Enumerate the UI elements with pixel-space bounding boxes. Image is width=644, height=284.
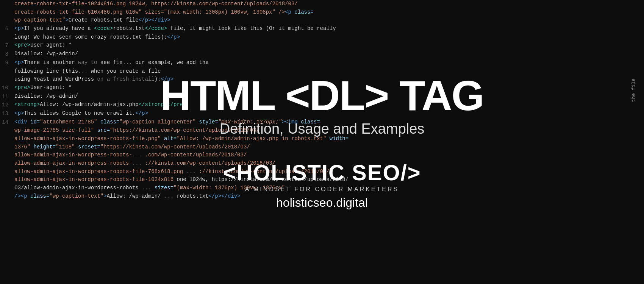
the-file-label: the file (631, 78, 636, 102)
brand-name: <HOLISTIC SEO/> (223, 160, 421, 185)
brand-tagline: A MINDSET FOR CODER MARKETERS (245, 186, 399, 193)
brand-domain: holisticseo.digital (276, 196, 368, 210)
brand-container: <HOLISTIC SEO/> A MINDSET FOR CODER MARK… (223, 160, 421, 210)
page-subtitle: Definition, Usage and Examples (220, 121, 425, 137)
page-title: HTML <dl> Tag (160, 75, 483, 117)
overlay: HTML <dl> Tag Definition, Usage and Exam… (0, 0, 644, 284)
